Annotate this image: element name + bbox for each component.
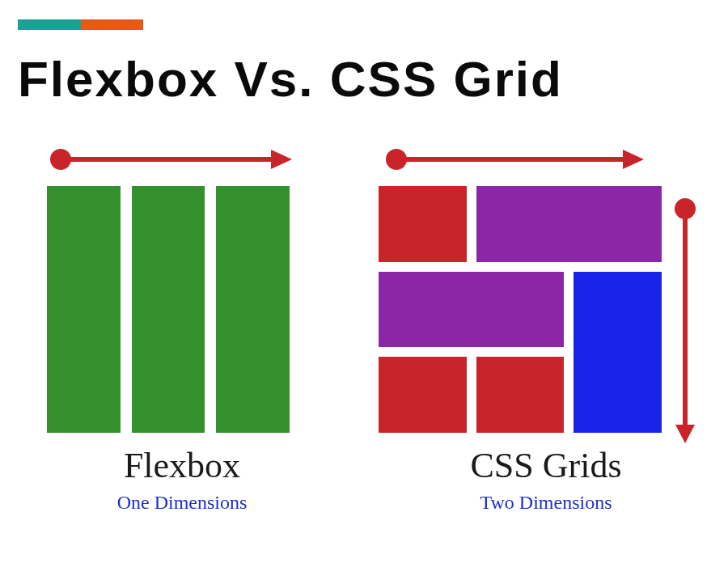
vertical-arrow-icon bbox=[665, 194, 705, 445]
svg-point-2 bbox=[50, 149, 71, 170]
horizontal-arrow-icon bbox=[44, 139, 295, 180]
svg-point-8 bbox=[675, 198, 696, 219]
horizontal-arrow-icon bbox=[380, 139, 647, 180]
accent-segment-orange bbox=[81, 19, 144, 30]
grid-cell-red bbox=[476, 357, 565, 433]
grid-caption-title: CSS Grids bbox=[364, 445, 728, 486]
svg-marker-1 bbox=[271, 150, 292, 169]
svg-marker-7 bbox=[675, 425, 695, 443]
grid-cell-purple bbox=[379, 272, 564, 348]
svg-marker-4 bbox=[623, 150, 644, 169]
flex-column bbox=[132, 186, 205, 433]
grid-cell-red bbox=[379, 357, 467, 433]
flexbox-caption-sub: One Dimensions bbox=[0, 492, 364, 514]
accent-segment-teal bbox=[18, 19, 81, 30]
flex-column bbox=[216, 186, 290, 433]
flexbox-caption-title: Flexbox bbox=[0, 445, 364, 486]
flex-column bbox=[47, 186, 121, 433]
grid-caption-sub: Two Dimensions bbox=[364, 492, 728, 514]
accent-bar bbox=[18, 19, 143, 30]
grid-cell-red bbox=[379, 186, 467, 262]
grid-illustration bbox=[379, 186, 662, 433]
grid-cell-purple bbox=[476, 186, 662, 262]
grid-cell-blue bbox=[574, 272, 662, 433]
svg-point-5 bbox=[386, 149, 407, 170]
flexbox-illustration bbox=[47, 186, 290, 433]
page-title: Flexbox Vs. CSS Grid bbox=[18, 50, 563, 108]
